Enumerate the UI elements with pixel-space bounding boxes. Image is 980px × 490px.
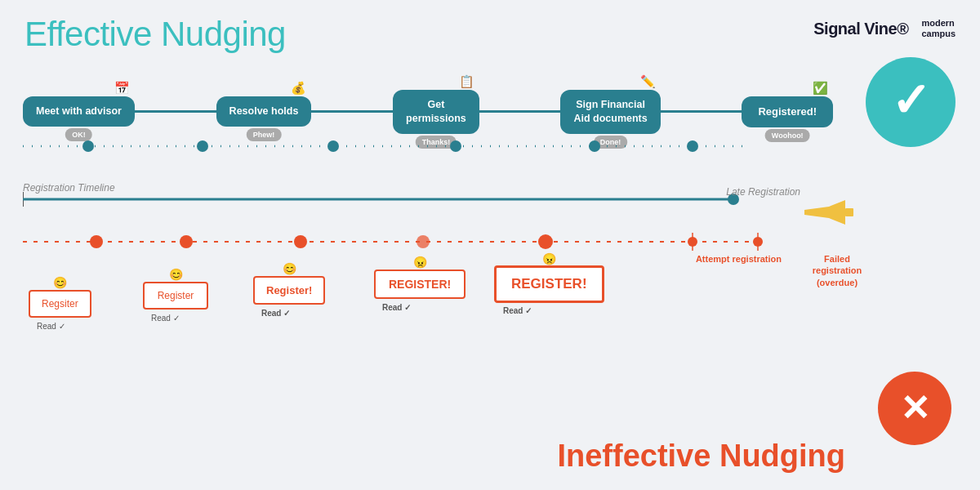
svg-point-5 (589, 140, 600, 152)
svg-point-6 (687, 140, 698, 152)
emoji-2: 😊 (169, 268, 183, 281)
svg-point-16 (294, 235, 307, 248)
msg-box-5: 😠 REGISTER! Read ✓ (494, 265, 604, 303)
step-1-label: Meet with advisor (36, 105, 122, 117)
svg-point-15 (180, 235, 193, 248)
step-2-icon: 💰 (291, 80, 306, 96)
svg-point-4 (450, 140, 461, 152)
msg-box-2: 😊 Register Read ✓ (143, 282, 208, 310)
step-5-label: Registered! (758, 105, 817, 118)
svg-marker-11 (804, 200, 845, 225)
msg-4-text: REGISTER! (389, 278, 451, 291)
signal-vine-logo: Signal Vine® (813, 20, 908, 38)
read-1: Read ✓ (37, 322, 65, 331)
connector-4 (661, 110, 742, 113)
svg-point-1 (82, 140, 94, 152)
read-2: Read ✓ (151, 314, 180, 323)
msg-box-1: 😊 Regsiter Read ✓ (29, 290, 91, 318)
effective-dots-timeline (23, 137, 791, 155)
big-check-circle (866, 57, 956, 147)
svg-rect-12 (845, 208, 853, 216)
read-3: Read ✓ (261, 309, 290, 318)
emoji-1: 😊 (53, 276, 67, 289)
connector-2 (311, 110, 393, 113)
svg-point-14 (90, 235, 103, 248)
horn-icon (804, 200, 853, 225)
failed-registration-label: Failedregistration(overdue) (800, 253, 874, 288)
big-x-circle (878, 372, 951, 445)
step-2: 💰 Resolve holds Phew! (216, 96, 312, 127)
brand-logos: Signal Vine® modern campus (813, 15, 956, 39)
emoji-3: 😊 (283, 262, 296, 275)
registration-timeline-line (23, 192, 766, 207)
steps-container: 📅 Meet with advisor OK! 💰 Resolve holds … (23, 90, 833, 134)
msg-box-4: 😠 REGISTER! Read ✓ (374, 270, 466, 299)
msg-1-text: Regsiter (42, 298, 78, 310)
svg-point-3 (327, 140, 339, 152)
svg-point-18 (538, 234, 553, 249)
connector-3 (479, 110, 561, 113)
step-4-label: Sign FinancialAid documents (573, 99, 647, 124)
step-2-label: Resolve holds (229, 105, 299, 117)
msg-5-text: REGISTER! (511, 276, 587, 292)
step-4: ✏️ Sign FinancialAid documents Done! (560, 90, 660, 134)
connector-1 (135, 110, 216, 113)
emoji-4: 😠 (413, 256, 427, 269)
emoji-5: 😠 (542, 252, 556, 265)
step-5: ✅ Registered! Woohoo! (742, 96, 833, 127)
msg-box-3: 😊 Register! Read ✓ (253, 276, 325, 305)
step-5-icon: ✅ (813, 80, 828, 96)
read-4: Read ✓ (382, 303, 411, 312)
effective-title: Effective Nudging (24, 15, 286, 54)
msg-2-text: Register (158, 290, 194, 301)
header: Effective Nudging Signal Vine® modern ca… (24, 15, 956, 54)
read-5: Read ✓ (503, 306, 532, 315)
step-3-icon: 📋 (459, 74, 474, 90)
svg-point-2 (197, 140, 208, 152)
step-1-icon: 📅 (114, 80, 130, 96)
ineffective-dots-timeline (23, 233, 807, 251)
modern-campus-logo: modern campus (921, 18, 956, 39)
ineffective-title: Ineffective Nudging (557, 439, 845, 474)
late-registration-label: Late Registration (726, 186, 800, 198)
attempt-registration-label: Attempt registration (696, 253, 782, 265)
step-3-label: Getpermissions (406, 99, 466, 124)
step-3: 📋 Getpermissions Thanks! (393, 90, 479, 134)
svg-point-17 (416, 235, 430, 248)
msg-3-text: Register! (266, 284, 312, 296)
step-1: 📅 Meet with advisor OK! (23, 96, 135, 127)
step-4-icon: ✏️ (640, 74, 656, 90)
